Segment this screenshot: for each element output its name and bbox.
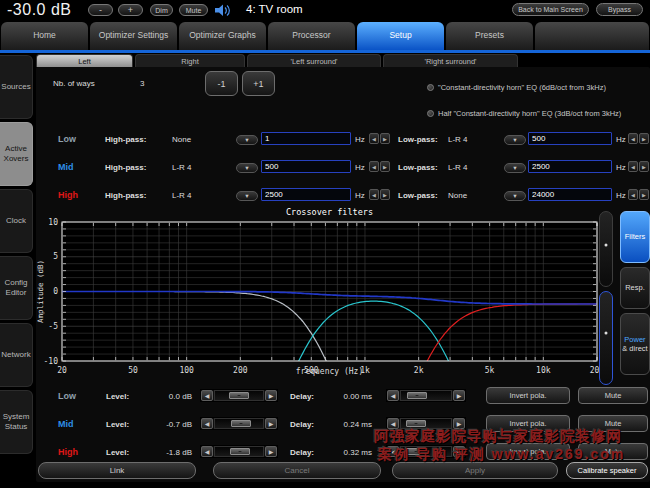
level-slider[interactable]: ◀ ▶ [200, 445, 278, 458]
level-value: -1.8 dB [148, 448, 192, 457]
mute-channel-button[interactable]: Mute [578, 387, 648, 404]
tab-optimizer-graphs[interactable]: Optimizer Graphs [179, 22, 266, 50]
tab-presets[interactable]: Presets [446, 22, 533, 50]
slider-thumb[interactable] [406, 420, 426, 427]
level-slider[interactable]: ◀ ▶ [200, 389, 278, 402]
highpass-unit: Hz [355, 163, 365, 172]
highpass-increase-icon[interactable]: ▶ [380, 189, 390, 200]
slider-track[interactable] [214, 390, 264, 401]
radio-half-constant-directivity-horn[interactable] [427, 110, 434, 117]
lowpass-dropdown-arrow-icon[interactable]: ▼ [504, 191, 526, 201]
highpass-frequency-input[interactable] [261, 132, 351, 145]
slider-track[interactable] [214, 418, 264, 429]
xover-row-mid: Mid High-pass: L-R 4 ▼ Hz ◀ ▶ Low-pass: … [36, 159, 650, 179]
tab-optimizer-settings[interactable]: Optimizer Settings [90, 22, 177, 50]
radio-constant-directivity-horn[interactable] [427, 84, 434, 91]
lowpass-dropdown-arrow-icon[interactable]: ▼ [504, 135, 526, 145]
dim-button[interactable]: Dim [150, 4, 173, 16]
bypass-button[interactable]: Bypass [596, 3, 643, 16]
graph-mode-filters-button[interactable]: Filters [620, 211, 650, 263]
highpass-increase-icon[interactable]: ▶ [380, 133, 390, 144]
highpass-decrease-icon[interactable]: ◀ [369, 161, 379, 172]
graph-mode-power-direct-button[interactable]: Power & direct [620, 313, 650, 375]
slider-thumb[interactable] [407, 392, 427, 399]
lowpass-increase-icon[interactable]: ▶ [639, 133, 649, 144]
slider-decrease-icon[interactable]: ◀ [201, 418, 213, 429]
tab-setup[interactable]: Setup [357, 22, 444, 50]
slider-thumb[interactable] [231, 420, 251, 427]
level-label: Level: [106, 448, 129, 457]
sidebar-item-system-status[interactable]: System Status [0, 390, 33, 454]
slider-thumb[interactable] [230, 448, 250, 455]
tab-processor[interactable]: Processor [268, 22, 355, 50]
sidebar-item-network[interactable]: Network [0, 323, 33, 387]
volume-up-button[interactable]: + [118, 4, 143, 16]
channel-label: Mid [58, 419, 74, 429]
slider-increase-icon[interactable]: ▶ [265, 446, 277, 457]
sidebar-item-clock[interactable]: Clock [0, 189, 33, 253]
lowpass-frequency-input[interactable] [528, 188, 612, 201]
highpass-unit: Hz [355, 135, 365, 144]
level-label: Level: [106, 392, 129, 401]
highpass-type: None [172, 135, 191, 144]
highpass-frequency-input[interactable] [261, 188, 351, 201]
channel-tab-left-surround[interactable]: 'Left surround' [247, 54, 381, 67]
highpass-dropdown-arrow-icon[interactable]: ▼ [236, 135, 258, 145]
sidebar-item-sources[interactable]: Sources [0, 55, 33, 119]
mute-button[interactable]: Mute [179, 4, 208, 16]
link-button[interactable]: Link [38, 462, 196, 479]
level-slider[interactable]: ◀ ▶ [200, 417, 278, 430]
svg-text:frequency (Hz): frequency (Hz) [296, 367, 363, 376]
lowpass-decrease-icon[interactable]: ◀ [628, 133, 638, 144]
sidebar-item-active-xovers[interactable]: Active Xovers [0, 122, 33, 186]
graph-zoom-slider[interactable] [599, 211, 613, 287]
highpass-decrease-icon[interactable]: ◀ [369, 133, 379, 144]
slider-thumb[interactable] [229, 392, 249, 399]
slider-track[interactable] [400, 390, 452, 401]
lowpass-decrease-icon[interactable]: ◀ [628, 189, 638, 200]
slider-decrease-icon[interactable]: ◀ [387, 390, 399, 401]
cancel-button[interactable]: Cancel [213, 462, 381, 479]
graph-mode-resp-button[interactable]: Resp. [620, 267, 650, 309]
calibrate-speaker-button[interactable]: Calibrate speaker [566, 462, 648, 479]
tab-home[interactable]: Home [1, 22, 88, 50]
ways-decrement-button[interactable]: -1 [205, 71, 238, 96]
highpass-increase-icon[interactable]: ▶ [380, 161, 390, 172]
lowpass-frequency-input[interactable] [528, 132, 612, 145]
channel-tab-right[interactable]: Right [135, 54, 245, 67]
highpass-label: High-pass: [105, 135, 146, 144]
master-volume: -30.0 dB [7, 1, 71, 19]
slider-increase-icon[interactable]: ▶ [453, 390, 465, 401]
slider-dot-icon [605, 332, 608, 335]
xover-row-low: Low High-pass: None ▼ Hz ◀ ▶ Low-pass: L… [36, 131, 650, 151]
delay-slider[interactable]: ◀ ▶ [386, 389, 466, 402]
highpass-dropdown-arrow-icon[interactable]: ▼ [236, 163, 258, 173]
highpass-frequency-input[interactable] [261, 160, 351, 173]
graph-scroll-slider[interactable] [599, 291, 613, 385]
delay-label: Delay: [290, 420, 314, 429]
slider-decrease-icon[interactable]: ◀ [201, 390, 213, 401]
delay-label: Delay: [290, 392, 314, 401]
channel-tab-right-surround[interactable]: 'Right surround' [383, 54, 518, 67]
slider-increase-icon[interactable]: ▶ [265, 418, 277, 429]
volume-down-button[interactable]: - [88, 4, 113, 16]
invert-polarity-button[interactable]: Invert pola. [486, 387, 570, 404]
channel-tab-left[interactable]: Left [36, 54, 133, 67]
svg-text:100: 100 [179, 366, 194, 375]
slider-decrease-icon[interactable]: ◀ [201, 446, 213, 457]
slider-track[interactable] [214, 446, 264, 457]
level-value: -0.7 dB [148, 420, 192, 429]
lowpass-increase-icon[interactable]: ▶ [639, 189, 649, 200]
highpass-decrease-icon[interactable]: ◀ [369, 189, 379, 200]
lowpass-decrease-icon[interactable]: ◀ [628, 161, 638, 172]
level-label: Level: [106, 420, 129, 429]
back-to-main-screen-button[interactable]: Back to Main Screen [512, 3, 589, 16]
slider-increase-icon[interactable]: ▶ [265, 390, 277, 401]
lowpass-dropdown-arrow-icon[interactable]: ▼ [504, 163, 526, 173]
apply-button[interactable]: Apply [392, 462, 558, 479]
lowpass-frequency-input[interactable] [528, 160, 612, 173]
highpass-dropdown-arrow-icon[interactable]: ▼ [236, 191, 258, 201]
ways-increment-button[interactable]: +1 [242, 71, 275, 96]
lowpass-increase-icon[interactable]: ▶ [639, 161, 649, 172]
sidebar-item-config-editor[interactable]: Config Editor [0, 256, 33, 320]
